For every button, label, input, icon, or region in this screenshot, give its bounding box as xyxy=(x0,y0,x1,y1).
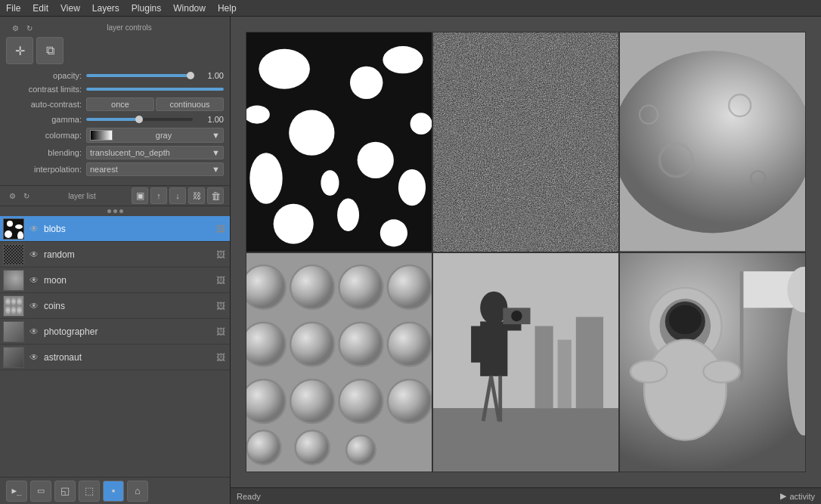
astronaut-eye[interactable]: 👁 xyxy=(27,351,41,364)
menu-plugins[interactable]: Plugins xyxy=(125,2,167,15)
interpolation-label: interpolation: xyxy=(6,165,82,174)
svg-point-31 xyxy=(339,322,383,366)
delete-layer-btn[interactable]: 🗑 xyxy=(207,187,224,204)
astronaut-panel[interactable] xyxy=(619,252,806,473)
select-all-btn[interactable]: ▣ xyxy=(132,187,148,204)
gamma-slider[interactable] xyxy=(86,114,193,125)
mini-btn-2[interactable]: ↻ xyxy=(23,23,36,35)
svg-point-25 xyxy=(246,265,286,309)
astronaut-thumb xyxy=(3,347,24,368)
astronaut-img-icon: 🖼 xyxy=(215,351,227,363)
layer-item-moon[interactable]: 👁 moon 🖼 xyxy=(0,267,230,293)
colormap-select[interactable]: gray ▼ xyxy=(86,128,224,143)
3d-view-btn[interactable]: ◱ xyxy=(54,481,76,502)
svg-point-66 xyxy=(669,305,702,334)
svg-point-29 xyxy=(246,322,286,366)
coins-panel[interactable] xyxy=(246,252,432,473)
menu-file[interactable]: File xyxy=(0,2,26,15)
svg-point-5 xyxy=(350,66,383,99)
layer-list-toolbar: ▣ ↑ ↓ ⛓ 🗑 xyxy=(132,187,224,204)
layer-item-photographer[interactable]: 👁 photographer 🖼 xyxy=(0,319,230,345)
moon-eye[interactable]: 👁 xyxy=(27,274,41,287)
svg-point-3 xyxy=(17,231,23,240)
blending-select[interactable]: translucent_no_depth ▼ xyxy=(86,146,224,159)
move-down-btn[interactable]: ↓ xyxy=(169,187,186,204)
colormap-value: gray xyxy=(156,131,172,140)
activity-btn[interactable]: ▶ activity xyxy=(780,491,815,501)
svg-rect-41 xyxy=(433,408,618,472)
svg-point-16 xyxy=(321,170,339,196)
canvas-grid xyxy=(231,17,821,487)
status-text: Ready xyxy=(237,492,261,501)
controls-mini-toolbar: ⚙ ↻ layer controls xyxy=(6,20,224,37)
dot-3 xyxy=(119,209,123,213)
list-mini-btn-1[interactable]: ⚙ xyxy=(6,190,18,202)
dot-1 xyxy=(107,209,111,213)
opacity-label: opacity: xyxy=(6,71,82,80)
menu-view[interactable]: View xyxy=(54,2,86,15)
grid-btn[interactable]: ▪ xyxy=(103,481,124,502)
svg-point-39 xyxy=(346,435,376,465)
svg-point-11 xyxy=(274,204,314,244)
coins-eye[interactable]: 👁 xyxy=(27,299,41,313)
svg-point-51 xyxy=(511,310,522,320)
svg-point-35 xyxy=(339,379,383,423)
coins-name: coins xyxy=(44,301,212,311)
svg-point-26 xyxy=(290,265,334,309)
blobs-eye[interactable]: 👁 xyxy=(27,222,41,236)
link-btn[interactable]: ⛓ xyxy=(188,187,205,204)
svg-rect-17 xyxy=(433,32,618,252)
svg-point-0 xyxy=(7,221,13,227)
layer-item-blobs[interactable]: 👁 blobs 🖼 xyxy=(0,216,230,242)
list-mini-btn-2[interactable]: ↻ xyxy=(20,190,33,202)
menu-help[interactable]: Help xyxy=(212,2,243,15)
menu-window[interactable]: Window xyxy=(167,2,212,15)
blobs-img-icon: 🖼 xyxy=(215,223,227,235)
main-layout: ⚙ ↻ layer controls ✛ ⧉ opacity: 1.00 xyxy=(0,17,821,504)
svg-rect-45 xyxy=(576,317,603,408)
random-eye[interactable]: 👁 xyxy=(27,248,41,261)
blobs-panel[interactable] xyxy=(246,32,432,252)
svg-point-19 xyxy=(620,51,805,233)
transform-tool-btn[interactable]: ⧉ xyxy=(36,37,64,64)
layer-list-title: layer list xyxy=(33,192,132,200)
dot-2 xyxy=(113,209,117,213)
svg-point-38 xyxy=(296,430,330,464)
opacity-slider[interactable] xyxy=(86,70,193,81)
photographer-panel[interactable] xyxy=(432,252,619,473)
continuous-btn[interactable]: continuous xyxy=(156,97,224,111)
moon-panel[interactable] xyxy=(619,32,806,252)
contrast-slider[interactable] xyxy=(86,84,224,94)
menu-edit[interactable]: Edit xyxy=(26,2,54,15)
svg-point-8 xyxy=(249,153,282,204)
menu-layers[interactable]: Layers xyxy=(86,2,125,15)
contrast-row: contrast limits: xyxy=(6,84,224,94)
svg-rect-48 xyxy=(471,326,485,362)
gamma-row: gamma: 1.00 xyxy=(6,114,224,125)
activity-arrow: ▶ xyxy=(780,491,786,501)
dots-indicator xyxy=(0,206,230,216)
2d-view-btn[interactable]: ▭ xyxy=(30,481,51,502)
photographer-img-icon: 🖼 xyxy=(215,326,227,338)
blending-row: blending: translucent_no_depth ▼ xyxy=(6,146,224,159)
moon-thumb xyxy=(3,270,24,291)
colormap-label: colormap: xyxy=(6,131,82,140)
svg-point-30 xyxy=(290,322,334,366)
once-btn[interactable]: once xyxy=(86,97,154,111)
layer-item-coins[interactable]: 👁 coins 🖼 xyxy=(0,293,230,319)
controls-toolbar: ✛ ⧉ xyxy=(6,37,224,64)
mini-btn-1[interactable]: ⚙ xyxy=(9,23,21,35)
noise-panel[interactable] xyxy=(432,32,619,252)
gamma-label: gamma: xyxy=(6,115,82,124)
auto-contrast-row: auto-contrast: once continuous xyxy=(6,97,224,111)
move-up-btn[interactable]: ↑ xyxy=(150,187,167,204)
layer-item-random[interactable]: 👁 random 🖼 xyxy=(0,242,230,267)
home-btn[interactable]: ⌂ xyxy=(127,481,148,502)
console-btn[interactable]: ▶_ xyxy=(6,481,27,502)
layer-item-astronaut[interactable]: 👁 astronaut 🖼 xyxy=(0,345,230,370)
photographer-eye[interactable]: 👁 xyxy=(27,325,41,339)
svg-rect-43 xyxy=(535,326,553,408)
move-tool-btn[interactable]: ✛ xyxy=(6,37,33,64)
interpolation-select[interactable]: nearest ▼ xyxy=(86,162,224,176)
rollout-btn[interactable]: ⬚ xyxy=(79,481,100,502)
